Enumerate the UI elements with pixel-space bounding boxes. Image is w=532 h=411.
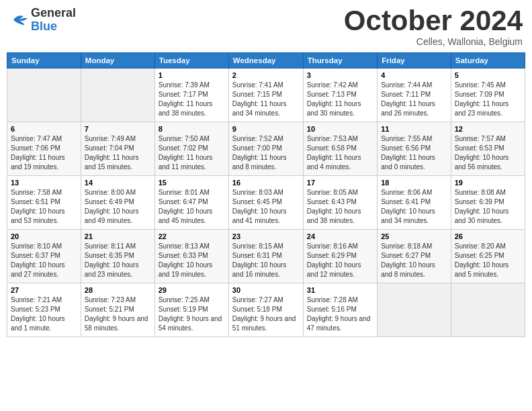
calendar-cell: 31Sunrise: 7:28 AM Sunset: 5:16 PM Dayli… (303, 283, 377, 337)
logo-blue: Blue (31, 19, 57, 33)
calendar-week-row: 13Sunrise: 7:58 AM Sunset: 6:51 PM Dayli… (7, 176, 525, 230)
day-number: 9 (232, 125, 300, 133)
day-number: 5 (455, 71, 521, 79)
day-number: 20 (11, 232, 77, 240)
day-number: 11 (381, 125, 447, 133)
day-info: Sunrise: 8:13 AM Sunset: 6:33 PM Dayligh… (159, 242, 225, 279)
calendar-cell (451, 283, 525, 337)
day-info: Sunrise: 8:00 AM Sunset: 6:49 PM Dayligh… (85, 188, 151, 226)
calendar-cell: 13Sunrise: 7:58 AM Sunset: 6:51 PM Dayli… (7, 176, 81, 230)
day-number: 27 (11, 286, 77, 294)
day-header-wednesday: Wednesday (228, 53, 303, 68)
day-info: Sunrise: 8:03 AM Sunset: 6:45 PM Dayligh… (232, 188, 300, 226)
day-header-friday: Friday (378, 53, 451, 68)
day-number: 10 (307, 125, 373, 133)
calendar-cell: 23Sunrise: 8:15 AM Sunset: 6:31 PM Dayli… (228, 230, 303, 283)
calendar-cell: 15Sunrise: 8:01 AM Sunset: 6:47 PM Dayli… (154, 176, 228, 230)
calendar-cell (81, 68, 154, 122)
calendar-cell: 16Sunrise: 8:03 AM Sunset: 6:45 PM Dayli… (228, 176, 303, 230)
calendar-cell: 27Sunrise: 7:21 AM Sunset: 5:23 PM Dayli… (7, 283, 81, 337)
calendar-cell: 17Sunrise: 8:05 AM Sunset: 6:43 PM Dayli… (303, 176, 377, 230)
calendar-cell: 6Sunrise: 7:47 AM Sunset: 7:06 PM Daylig… (7, 122, 81, 176)
page-header: General Blue October 2024 Celles, Wallon… (7, 7, 525, 47)
calendar-week-row: 27Sunrise: 7:21 AM Sunset: 5:23 PM Dayli… (7, 283, 525, 337)
day-header-tuesday: Tuesday (154, 53, 228, 68)
calendar-cell: 11Sunrise: 7:55 AM Sunset: 6:56 PM Dayli… (378, 122, 451, 176)
day-number: 19 (455, 179, 521, 187)
day-info: Sunrise: 7:57 AM Sunset: 6:53 PM Dayligh… (455, 134, 521, 172)
calendar-week-row: 1Sunrise: 7:39 AM Sunset: 7:17 PM Daylig… (7, 68, 525, 122)
day-number: 8 (159, 125, 225, 133)
day-info: Sunrise: 8:11 AM Sunset: 6:35 PM Dayligh… (85, 242, 151, 279)
day-number: 31 (307, 286, 373, 294)
calendar-header-row: SundayMondayTuesdayWednesdayThursdayFrid… (7, 53, 525, 68)
calendar-cell: 28Sunrise: 7:23 AM Sunset: 5:21 PM Dayli… (81, 283, 154, 337)
calendar-cell: 20Sunrise: 8:10 AM Sunset: 6:37 PM Dayli… (7, 230, 81, 283)
calendar-cell: 19Sunrise: 8:08 AM Sunset: 6:39 PM Dayli… (451, 176, 525, 230)
day-number: 2 (232, 71, 300, 79)
location-subtitle: Celles, Wallonia, Belgium (344, 36, 523, 47)
day-info: Sunrise: 8:20 AM Sunset: 6:25 PM Dayligh… (455, 242, 521, 279)
day-info: Sunrise: 8:10 AM Sunset: 6:37 PM Dayligh… (11, 242, 77, 279)
month-title: October 2024 (344, 7, 523, 35)
calendar-cell: 9Sunrise: 7:52 AM Sunset: 7:00 PM Daylig… (228, 122, 303, 176)
day-number: 14 (85, 179, 151, 187)
day-info: Sunrise: 8:16 AM Sunset: 6:29 PM Dayligh… (307, 242, 373, 279)
calendar-cell: 25Sunrise: 8:18 AM Sunset: 6:27 PM Dayli… (378, 230, 451, 283)
day-number: 28 (85, 286, 151, 294)
day-number: 4 (381, 71, 447, 79)
day-number: 15 (159, 179, 225, 187)
calendar-cell (7, 68, 81, 122)
calendar-cell: 18Sunrise: 8:06 AM Sunset: 6:41 PM Dayli… (378, 176, 451, 230)
day-number: 29 (159, 286, 225, 294)
day-number: 13 (11, 179, 77, 187)
day-number: 12 (455, 125, 521, 133)
calendar-cell: 4Sunrise: 7:44 AM Sunset: 7:11 PM Daylig… (378, 68, 451, 122)
day-info: Sunrise: 7:25 AM Sunset: 5:19 PM Dayligh… (159, 295, 225, 333)
day-number: 18 (381, 179, 447, 187)
calendar-cell: 21Sunrise: 8:11 AM Sunset: 6:35 PM Dayli… (81, 230, 154, 283)
day-number: 7 (85, 125, 151, 133)
day-info: Sunrise: 7:58 AM Sunset: 6:51 PM Dayligh… (11, 188, 77, 226)
calendar-table: SundayMondayTuesdayWednesdayThursdayFrid… (7, 52, 525, 337)
day-info: Sunrise: 7:50 AM Sunset: 7:02 PM Dayligh… (159, 134, 225, 172)
calendar-cell: 2Sunrise: 7:41 AM Sunset: 7:15 PM Daylig… (228, 68, 303, 122)
day-number: 24 (307, 232, 373, 240)
day-info: Sunrise: 7:55 AM Sunset: 6:56 PM Dayligh… (381, 134, 447, 172)
day-info: Sunrise: 7:45 AM Sunset: 7:09 PM Dayligh… (455, 81, 521, 118)
calendar-cell: 22Sunrise: 8:13 AM Sunset: 6:33 PM Dayli… (154, 230, 228, 283)
day-header-monday: Monday (81, 53, 154, 68)
calendar-cell: 1Sunrise: 7:39 AM Sunset: 7:17 PM Daylig… (154, 68, 228, 122)
day-info: Sunrise: 8:06 AM Sunset: 6:41 PM Dayligh… (381, 188, 447, 226)
day-header-sunday: Sunday (7, 53, 81, 68)
calendar-cell: 12Sunrise: 7:57 AM Sunset: 6:53 PM Dayli… (451, 122, 525, 176)
day-info: Sunrise: 8:18 AM Sunset: 6:27 PM Dayligh… (381, 242, 447, 279)
day-number: 22 (159, 232, 225, 240)
calendar-cell: 30Sunrise: 7:27 AM Sunset: 5:18 PM Dayli… (228, 283, 303, 337)
day-info: Sunrise: 7:41 AM Sunset: 7:15 PM Dayligh… (232, 81, 300, 118)
logo-general: General (31, 6, 76, 19)
day-number: 1 (159, 71, 225, 79)
day-number: 3 (307, 71, 373, 79)
day-info: Sunrise: 7:53 AM Sunset: 6:58 PM Dayligh… (307, 134, 373, 172)
day-number: 21 (85, 232, 151, 240)
day-info: Sunrise: 8:01 AM Sunset: 6:47 PM Dayligh… (159, 188, 225, 226)
logo-icon (9, 10, 30, 30)
calendar-cell: 7Sunrise: 7:49 AM Sunset: 7:04 PM Daylig… (81, 122, 154, 176)
day-info: Sunrise: 7:39 AM Sunset: 7:17 PM Dayligh… (159, 81, 225, 118)
calendar-cell (378, 283, 451, 337)
day-info: Sunrise: 7:52 AM Sunset: 7:00 PM Dayligh… (232, 134, 300, 172)
calendar-week-row: 20Sunrise: 8:10 AM Sunset: 6:37 PM Dayli… (7, 230, 525, 283)
day-info: Sunrise: 7:49 AM Sunset: 7:04 PM Dayligh… (85, 134, 151, 172)
day-info: Sunrise: 7:42 AM Sunset: 7:13 PM Dayligh… (307, 81, 373, 118)
day-info: Sunrise: 7:47 AM Sunset: 7:06 PM Dayligh… (11, 134, 77, 172)
day-number: 17 (307, 179, 373, 187)
day-number: 6 (11, 125, 77, 133)
day-number: 23 (232, 232, 300, 240)
day-info: Sunrise: 8:15 AM Sunset: 6:31 PM Dayligh… (232, 242, 300, 279)
calendar-cell: 29Sunrise: 7:25 AM Sunset: 5:19 PM Dayli… (154, 283, 228, 337)
day-info: Sunrise: 8:08 AM Sunset: 6:39 PM Dayligh… (455, 188, 521, 226)
day-info: Sunrise: 7:23 AM Sunset: 5:21 PM Dayligh… (85, 295, 151, 333)
calendar-cell: 5Sunrise: 7:45 AM Sunset: 7:09 PM Daylig… (451, 68, 525, 122)
calendar-cell: 8Sunrise: 7:50 AM Sunset: 7:02 PM Daylig… (154, 122, 228, 176)
